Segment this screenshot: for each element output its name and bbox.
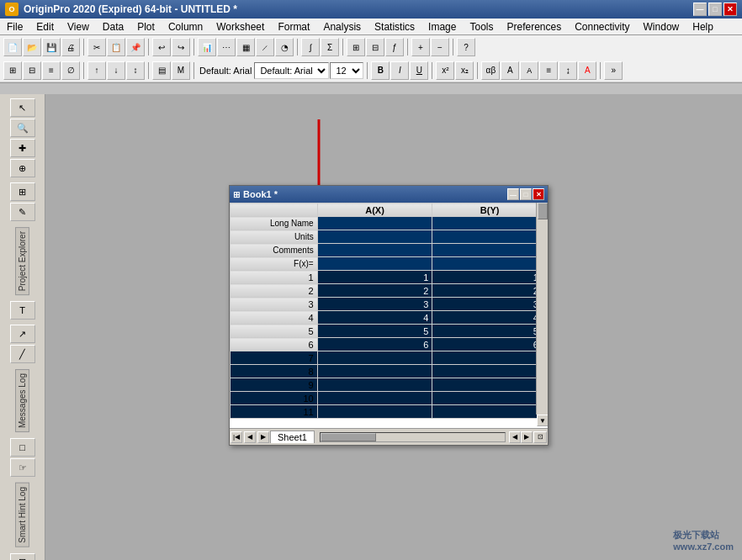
cell-b-3[interactable]: 44 bbox=[432, 311, 548, 325]
menu-plot[interactable]: Plot bbox=[130, 19, 162, 34]
cell-b-0[interactable]: 11 bbox=[432, 271, 548, 284]
fit-button[interactable]: ∫ bbox=[301, 38, 320, 56]
mask-btn[interactable]: M bbox=[172, 61, 190, 80]
close-button[interactable]: ✕ bbox=[723, 3, 737, 16]
menu-analysis[interactable]: Analysis bbox=[316, 19, 368, 34]
sheet-next-button[interactable]: ▶ bbox=[257, 431, 269, 443]
text-tool[interactable]: T bbox=[10, 301, 35, 320]
scroll-track[interactable] bbox=[537, 203, 548, 415]
cell-a-6[interactable] bbox=[317, 351, 432, 365]
vertical-scrollbar[interactable]: ▲ ▼ bbox=[536, 203, 548, 415]
sub-btn[interactable]: x₂ bbox=[455, 61, 474, 80]
cell-b-5[interactable]: 66 bbox=[432, 338, 548, 351]
grid-table[interactable]: A(X) B(Y) Long Name Units Comments F(x)=… bbox=[230, 203, 548, 419]
menu-statistics[interactable]: Statistics bbox=[368, 19, 421, 34]
menu-connectivity[interactable]: Connectivity bbox=[568, 19, 636, 34]
stat-button[interactable]: Σ bbox=[321, 38, 339, 56]
menu-edit[interactable]: Edit bbox=[29, 19, 61, 34]
menu-format[interactable]: Format bbox=[271, 19, 316, 34]
workbook-close[interactable]: ✕ bbox=[533, 188, 544, 200]
cell-b-10[interactable] bbox=[432, 405, 548, 419]
sort-desc[interactable]: ↓ bbox=[107, 61, 125, 80]
corner-cell[interactable] bbox=[231, 203, 318, 217]
italic-btn[interactable]: I bbox=[390, 61, 409, 80]
copy-button[interactable]: 📋 bbox=[107, 38, 125, 56]
worksheet2-button[interactable]: ⊟ bbox=[366, 38, 384, 56]
scroll-down-button[interactable]: ▼ bbox=[537, 415, 548, 426]
cursor-tool[interactable]: ↖ bbox=[10, 98, 35, 117]
workbook-buttons[interactable]: — □ ✕ bbox=[507, 188, 544, 200]
meta-b-2[interactable] bbox=[432, 244, 548, 257]
print-button[interactable]: 🖨 bbox=[61, 38, 80, 56]
pie-button[interactable]: ◔ bbox=[275, 38, 294, 56]
undo-button[interactable]: ↩ bbox=[152, 38, 171, 56]
project-explorer-panel[interactable]: Project Explorer bbox=[15, 227, 29, 295]
zoom-in-button[interactable]: + bbox=[411, 38, 430, 56]
hscroll-left[interactable]: ◀ bbox=[509, 431, 521, 443]
save-button[interactable]: 💾 bbox=[42, 38, 61, 56]
more-btn[interactable]: » bbox=[604, 61, 623, 80]
edit-tool[interactable]: ✎ bbox=[10, 203, 35, 221]
cell-a-5[interactable]: 6 bbox=[317, 338, 432, 351]
menu-column[interactable]: Column bbox=[162, 19, 209, 34]
line-button[interactable]: ⟋ bbox=[256, 38, 274, 56]
smart-hint-panel[interactable]: Smart Hint Log bbox=[15, 483, 29, 547]
align-btn[interactable]: ≡ bbox=[539, 61, 558, 80]
col-b-header[interactable]: B(Y) bbox=[432, 203, 548, 217]
workbook-minimize[interactable]: — bbox=[507, 188, 519, 200]
cell-a-3[interactable]: 4 bbox=[317, 311, 432, 325]
window-controls[interactable]: — □ ✕ bbox=[693, 3, 737, 16]
graph-button[interactable]: 📊 bbox=[198, 38, 216, 56]
cell-b-7[interactable] bbox=[432, 365, 548, 378]
bold-btn[interactable]: B bbox=[371, 61, 390, 80]
sheet-resize[interactable]: ⊡ bbox=[533, 431, 547, 443]
super-btn[interactable]: x² bbox=[436, 61, 454, 80]
cell-b-4[interactable]: 55 bbox=[432, 325, 548, 338]
menu-worksheet[interactable]: Worksheet bbox=[209, 19, 271, 34]
scatter-button[interactable]: ⋯ bbox=[217, 38, 236, 56]
meta-b-0[interactable] bbox=[432, 217, 548, 230]
scroll-thumb[interactable] bbox=[538, 203, 548, 219]
help2-button[interactable]: ? bbox=[457, 38, 475, 56]
paste-button[interactable]: 📌 bbox=[126, 38, 145, 56]
wks-btn4[interactable]: ∅ bbox=[61, 61, 80, 80]
menu-tools[interactable]: Tools bbox=[463, 19, 500, 34]
hscroll-right[interactable]: ▶ bbox=[521, 431, 533, 443]
cell-a-0[interactable]: 1 bbox=[317, 271, 432, 284]
menu-view[interactable]: View bbox=[61, 19, 96, 34]
cut-button[interactable]: ✂ bbox=[87, 38, 106, 56]
pan-tool[interactable]: ✚ bbox=[10, 139, 35, 157]
cell-a-10[interactable] bbox=[317, 405, 432, 419]
zoom-tool[interactable]: 🔍 bbox=[10, 119, 35, 137]
cell-a-9[interactable] bbox=[317, 392, 432, 405]
wks-btn1[interactable]: ⊞ bbox=[3, 61, 22, 80]
cell-b-6[interactable] bbox=[432, 351, 548, 365]
cell-a-2[interactable]: 3 bbox=[317, 298, 432, 311]
menu-data[interactable]: Data bbox=[96, 19, 130, 34]
table-tool[interactable]: ⊞ bbox=[10, 553, 35, 560]
rect-tool[interactable]: □ bbox=[10, 438, 35, 457]
meta-a-3[interactable] bbox=[317, 257, 432, 271]
matrix-button[interactable]: ⊞ bbox=[347, 38, 365, 56]
maximize-button[interactable]: □ bbox=[708, 3, 722, 16]
new-button[interactable]: 📄 bbox=[3, 38, 22, 56]
symbol-btn[interactable]: αβ bbox=[481, 61, 500, 80]
meta-b-3[interactable] bbox=[432, 257, 548, 271]
open-button[interactable]: 📂 bbox=[23, 38, 41, 56]
sheet-first-button[interactable]: |◀ bbox=[231, 431, 242, 443]
hand-tool[interactable]: ☞ bbox=[10, 458, 35, 477]
sort-col[interactable]: ↕ bbox=[126, 61, 145, 80]
cell-b-2[interactable]: 33 bbox=[432, 298, 548, 311]
cell-b-8[interactable] bbox=[432, 378, 548, 392]
redo-button[interactable]: ↪ bbox=[172, 38, 190, 56]
menu-help[interactable]: Help bbox=[686, 19, 720, 34]
meta-a-0[interactable] bbox=[317, 217, 432, 230]
meta-a-1[interactable] bbox=[317, 230, 432, 244]
line-tool[interactable]: ╱ bbox=[10, 345, 35, 363]
spacing-btn[interactable]: ↨ bbox=[559, 61, 577, 80]
minimize-button[interactable]: — bbox=[693, 3, 707, 16]
sheet1-tab[interactable]: Sheet1 bbox=[270, 431, 315, 443]
wks-btn2[interactable]: ⊟ bbox=[23, 61, 41, 80]
messages-log-panel[interactable]: Messages Log bbox=[15, 369, 29, 432]
sheet-prev-button[interactable]: ◀ bbox=[244, 431, 256, 443]
